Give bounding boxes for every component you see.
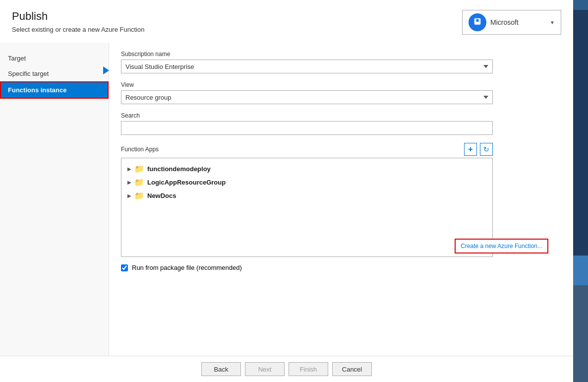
finish-button[interactable]: Finish xyxy=(289,362,328,376)
tree-item[interactable]: ▶ 📁 NewDocs xyxy=(125,189,488,202)
back-button[interactable]: Back xyxy=(201,362,241,376)
sidebar-bottom-space xyxy=(573,285,588,382)
account-selector[interactable]: Microsoft ▼ xyxy=(462,10,561,35)
target-label: Target xyxy=(8,55,26,62)
create-azure-function-tooltip[interactable]: Create a new Azure Function... xyxy=(455,239,548,254)
search-label: Search xyxy=(121,112,558,119)
publish-header: Publish Select existing or create a new … xyxy=(0,0,573,43)
subscription-group: Subscription name Visual Studio Enterpri… xyxy=(121,51,558,73)
dialog-footer: Back Next Finish Cancel xyxy=(0,356,573,382)
nav-active-arrow xyxy=(103,66,109,74)
sidebar-item-specific-target[interactable]: Specific target xyxy=(0,66,109,81)
folder-icon-1: 📁 xyxy=(134,164,144,174)
sidebar-item-functions-instance[interactable]: Functions instance xyxy=(0,81,109,99)
folder-icon-2: 📁 xyxy=(134,178,144,187)
plus-icon: + xyxy=(468,145,472,154)
subscription-select[interactable]: Visual Studio Enterprise xyxy=(121,60,493,73)
function-apps-label: Function Apps xyxy=(121,146,159,153)
package-file-row: Run from package file (recommended) xyxy=(121,264,558,271)
tree-item[interactable]: ▶ 📁 LogicAppResourceGroup xyxy=(125,176,488,189)
function-apps-list: ▶ 📁 functiondemodeploy ▶ 📁 LogicAppResou… xyxy=(121,158,493,257)
right-sidebar xyxy=(573,0,588,382)
expand-arrow-3[interactable]: ▶ xyxy=(127,193,131,198)
sidebar-top-bar xyxy=(573,0,588,10)
search-group: Search xyxy=(121,112,558,135)
tree-item[interactable]: ▶ 📁 functiondemodeploy xyxy=(125,162,488,176)
header-left: Publish Select existing or create a new … xyxy=(12,10,144,33)
specific-target-label: Specific target xyxy=(8,70,49,77)
tree-label-3: NewDocs xyxy=(147,192,176,199)
view-label: View xyxy=(121,81,558,88)
function-apps-header: Function Apps + ↻ xyxy=(121,143,493,156)
package-file-label: Run from package file (recommended) xyxy=(132,264,242,271)
folder-icon-3: 📁 xyxy=(134,191,144,200)
left-nav: Target Specific target Functions instanc… xyxy=(0,43,109,356)
form-container: Subscription name Visual Studio Enterpri… xyxy=(109,43,573,356)
sidebar-item-target[interactable]: Target xyxy=(0,51,109,66)
account-dropdown-icon[interactable]: ▼ xyxy=(550,20,555,25)
subscription-label: Subscription name xyxy=(121,51,558,58)
create-tooltip-text: Create a new Azure Function... xyxy=(461,243,542,250)
view-group: View Resource group xyxy=(121,81,558,104)
view-select[interactable]: Resource group xyxy=(121,90,493,104)
svg-point-1 xyxy=(476,19,479,22)
tree-label-2: LogicAppResourceGroup xyxy=(147,179,226,186)
page-subtitle: Select existing or create a new Azure Fu… xyxy=(12,26,144,33)
functions-instance-label: Functions instance xyxy=(8,86,66,94)
cancel-button[interactable]: Cancel xyxy=(332,362,372,376)
body-area: Target Specific target Functions instanc… xyxy=(0,43,573,356)
refresh-icon: ↻ xyxy=(483,145,489,153)
search-input[interactable] xyxy=(121,121,493,135)
next-button[interactable]: Next xyxy=(245,362,285,376)
refresh-button[interactable]: ↻ xyxy=(480,143,493,156)
account-name: Microsoft xyxy=(490,18,546,26)
page-title: Publish xyxy=(12,10,144,23)
sidebar-space xyxy=(573,10,588,107)
function-apps-actions: + ↻ xyxy=(464,143,493,156)
expand-arrow-1[interactable]: ▶ xyxy=(127,166,131,172)
account-icon xyxy=(469,13,486,31)
package-file-checkbox[interactable] xyxy=(121,264,128,271)
add-function-button[interactable]: + xyxy=(464,143,477,156)
scrollbar-thumb[interactable] xyxy=(573,255,588,285)
tree-label-1: functiondemodeploy xyxy=(147,165,211,173)
expand-arrow-2[interactable]: ▶ xyxy=(127,180,131,185)
form-area: Subscription name Visual Studio Enterpri… xyxy=(109,43,573,356)
